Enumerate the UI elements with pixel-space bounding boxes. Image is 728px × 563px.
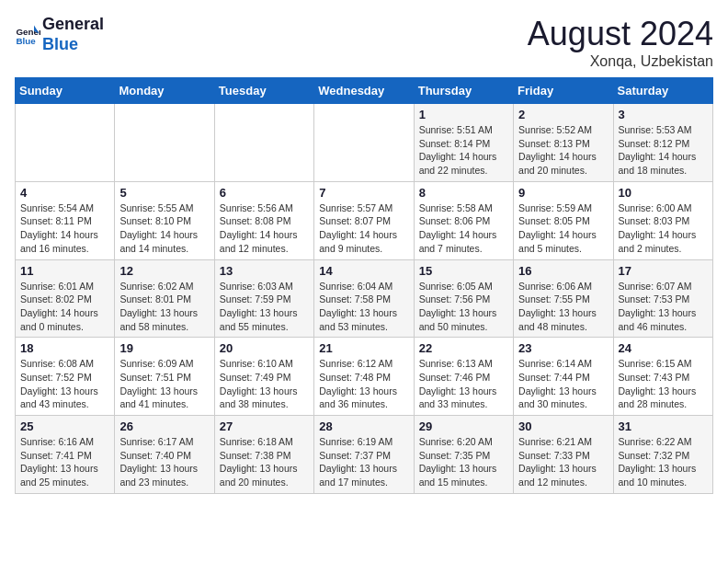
calendar-cell: 22Sunrise: 6:13 AM Sunset: 7:46 PM Dayli… [414, 338, 513, 416]
calendar-cell: 26Sunrise: 6:17 AM Sunset: 7:40 PM Dayli… [115, 416, 214, 494]
calendar-week-row: 25Sunrise: 6:16 AM Sunset: 7:41 PM Dayli… [16, 416, 713, 494]
calendar-cell: 3Sunrise: 5:53 AM Sunset: 8:12 PM Daylig… [613, 104, 712, 182]
calendar-cell: 19Sunrise: 6:09 AM Sunset: 7:51 PM Dayli… [115, 338, 214, 416]
day-info: Sunrise: 5:52 AM Sunset: 8:13 PM Dayligh… [518, 123, 608, 178]
day-info: Sunrise: 6:16 AM Sunset: 7:41 PM Dayligh… [20, 435, 109, 489]
day-number: 7 [319, 186, 408, 200]
page-header: General Blue General Blue August 2024 Xo… [15, 15, 713, 70]
calendar-cell: 25Sunrise: 6:16 AM Sunset: 7:41 PM Dayli… [16, 416, 115, 494]
calendar-cell: 5Sunrise: 5:55 AM Sunset: 8:10 PM Daylig… [115, 181, 214, 259]
day-number: 30 [518, 419, 608, 433]
day-info: Sunrise: 6:07 AM Sunset: 7:53 PM Dayligh… [619, 280, 708, 334]
day-info: Sunrise: 5:51 AM Sunset: 8:14 PM Dayligh… [419, 123, 508, 178]
day-info: Sunrise: 6:13 AM Sunset: 7:46 PM Dayligh… [419, 357, 508, 411]
day-info: Sunrise: 5:54 AM Sunset: 8:11 PM Dayligh… [20, 201, 109, 256]
calendar-cell: 10Sunrise: 6:00 AM Sunset: 8:03 PM Dayli… [613, 181, 712, 259]
calendar-table: SundayMondayTuesdayWednesdayThursdayFrid… [15, 77, 713, 494]
day-info: Sunrise: 5:53 AM Sunset: 8:12 PM Dayligh… [619, 123, 708, 178]
calendar-week-row: 18Sunrise: 6:08 AM Sunset: 7:52 PM Dayli… [16, 338, 713, 416]
day-info: Sunrise: 6:19 AM Sunset: 7:37 PM Dayligh… [319, 435, 408, 489]
day-info: Sunrise: 5:57 AM Sunset: 8:07 PM Dayligh… [319, 201, 408, 256]
day-info: Sunrise: 6:14 AM Sunset: 7:44 PM Dayligh… [518, 357, 608, 411]
day-number: 2 [518, 108, 608, 121]
day-number: 3 [619, 108, 708, 121]
calendar-cell: 23Sunrise: 6:14 AM Sunset: 7:44 PM Dayli… [514, 338, 613, 416]
calendar-cell: 15Sunrise: 6:05 AM Sunset: 7:56 PM Dayli… [414, 259, 513, 338]
day-number: 25 [20, 419, 109, 433]
day-number: 1 [419, 108, 508, 121]
day-info: Sunrise: 5:55 AM Sunset: 8:10 PM Dayligh… [119, 201, 209, 256]
day-info: Sunrise: 6:22 AM Sunset: 7:32 PM Dayligh… [619, 435, 708, 489]
day-number: 28 [319, 419, 408, 433]
day-info: Sunrise: 6:15 AM Sunset: 7:43 PM Dayligh… [619, 357, 708, 411]
calendar-cell: 29Sunrise: 6:20 AM Sunset: 7:35 PM Dayli… [414, 416, 513, 494]
day-info: Sunrise: 6:00 AM Sunset: 8:03 PM Dayligh… [619, 201, 708, 256]
day-number: 27 [220, 419, 309, 433]
weekday-header-cell: Sunday [16, 78, 115, 104]
day-number: 14 [319, 264, 408, 278]
calendar-cell: 16Sunrise: 6:06 AM Sunset: 7:55 PM Dayli… [514, 259, 613, 338]
calendar-cell: 18Sunrise: 6:08 AM Sunset: 7:52 PM Dayli… [16, 338, 115, 416]
calendar-cell: 1Sunrise: 5:51 AM Sunset: 8:14 PM Daylig… [414, 104, 513, 182]
day-number: 4 [20, 186, 109, 200]
day-info: Sunrise: 6:06 AM Sunset: 7:55 PM Dayligh… [518, 280, 608, 334]
weekday-header-cell: Friday [514, 78, 613, 104]
day-number: 21 [319, 341, 408, 355]
weekday-header-cell: Saturday [613, 78, 712, 104]
day-number: 12 [119, 264, 209, 278]
day-number: 8 [419, 186, 508, 200]
calendar-cell [115, 104, 214, 182]
calendar-cell: 28Sunrise: 6:19 AM Sunset: 7:37 PM Dayli… [314, 416, 414, 494]
weekday-header-cell: Tuesday [214, 78, 313, 104]
day-info: Sunrise: 6:08 AM Sunset: 7:52 PM Dayligh… [20, 357, 109, 411]
logo-blue: Blue [42, 35, 104, 55]
day-info: Sunrise: 5:58 AM Sunset: 8:06 PM Dayligh… [419, 201, 508, 256]
calendar-cell: 17Sunrise: 6:07 AM Sunset: 7:53 PM Dayli… [613, 259, 712, 338]
day-info: Sunrise: 6:02 AM Sunset: 8:01 PM Dayligh… [119, 280, 209, 334]
day-number: 26 [119, 419, 209, 433]
day-info: Sunrise: 6:01 AM Sunset: 8:02 PM Dayligh… [20, 280, 109, 334]
calendar-cell [314, 104, 414, 182]
calendar-cell: 6Sunrise: 5:56 AM Sunset: 8:08 PM Daylig… [214, 181, 313, 259]
calendar-cell: 9Sunrise: 5:59 AM Sunset: 8:05 PM Daylig… [514, 181, 613, 259]
calendar-cell: 7Sunrise: 5:57 AM Sunset: 8:07 PM Daylig… [314, 181, 414, 259]
logo-icon: General Blue [15, 22, 40, 48]
calendar-cell: 30Sunrise: 6:21 AM Sunset: 7:33 PM Dayli… [514, 416, 613, 494]
calendar-cell [214, 104, 313, 182]
day-info: Sunrise: 6:21 AM Sunset: 7:33 PM Dayligh… [518, 435, 608, 489]
day-number: 31 [619, 419, 708, 433]
day-number: 29 [419, 419, 508, 433]
day-info: Sunrise: 6:18 AM Sunset: 7:38 PM Dayligh… [220, 435, 309, 489]
weekday-header-cell: Wednesday [314, 78, 414, 104]
day-info: Sunrise: 6:12 AM Sunset: 7:48 PM Dayligh… [319, 357, 408, 411]
calendar-cell: 4Sunrise: 5:54 AM Sunset: 8:11 PM Daylig… [16, 181, 115, 259]
day-number: 22 [419, 341, 508, 355]
day-number: 20 [220, 341, 309, 355]
day-info: Sunrise: 6:10 AM Sunset: 7:49 PM Dayligh… [220, 357, 309, 411]
month-year-title: August 2024 [528, 15, 713, 53]
day-number: 5 [119, 186, 209, 200]
day-info: Sunrise: 6:20 AM Sunset: 7:35 PM Dayligh… [419, 435, 508, 489]
day-number: 24 [619, 341, 708, 355]
logo-general: General [42, 15, 104, 35]
day-info: Sunrise: 6:17 AM Sunset: 7:40 PM Dayligh… [119, 435, 209, 489]
calendar-cell: 31Sunrise: 6:22 AM Sunset: 7:32 PM Dayli… [613, 416, 712, 494]
calendar-cell: 12Sunrise: 6:02 AM Sunset: 8:01 PM Dayli… [115, 259, 214, 338]
day-info: Sunrise: 5:56 AM Sunset: 8:08 PM Dayligh… [220, 201, 309, 256]
calendar-cell: 21Sunrise: 6:12 AM Sunset: 7:48 PM Dayli… [314, 338, 414, 416]
title-block: August 2024 Xonqa, Uzbekistan [528, 15, 713, 70]
logo: General Blue General Blue [15, 15, 104, 54]
day-info: Sunrise: 6:05 AM Sunset: 7:56 PM Dayligh… [419, 280, 508, 334]
location-title: Xonqa, Uzbekistan [528, 53, 713, 70]
calendar-cell: 13Sunrise: 6:03 AM Sunset: 7:59 PM Dayli… [214, 259, 313, 338]
calendar-cell: 11Sunrise: 6:01 AM Sunset: 8:02 PM Dayli… [16, 259, 115, 338]
day-number: 19 [119, 341, 209, 355]
weekday-header-row: SundayMondayTuesdayWednesdayThursdayFrid… [16, 78, 713, 104]
day-info: Sunrise: 6:03 AM Sunset: 7:59 PM Dayligh… [220, 280, 309, 334]
weekday-header-cell: Monday [115, 78, 214, 104]
calendar-cell: 24Sunrise: 6:15 AM Sunset: 7:43 PM Dayli… [613, 338, 712, 416]
day-info: Sunrise: 6:04 AM Sunset: 7:58 PM Dayligh… [319, 280, 408, 334]
day-number: 13 [220, 264, 309, 278]
calendar-week-row: 11Sunrise: 6:01 AM Sunset: 8:02 PM Dayli… [16, 259, 713, 338]
day-number: 10 [619, 186, 708, 200]
